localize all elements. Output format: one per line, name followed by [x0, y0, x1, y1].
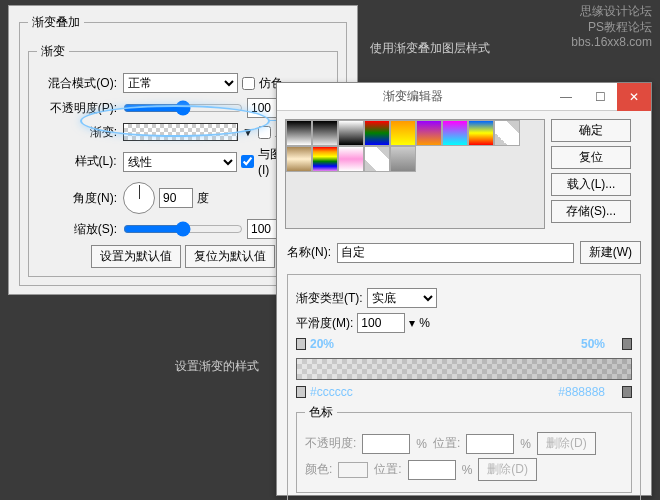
color-stop[interactable]	[296, 386, 306, 398]
stop-opacity-label: 不透明度:	[305, 435, 356, 452]
percent-3: %	[419, 316, 430, 330]
stops-legend: 色标	[305, 404, 337, 421]
ok-button[interactable]: 确定	[551, 119, 631, 142]
stop-pos-label-2: 位置:	[374, 461, 401, 478]
wm-url: bbs.16xx8.com	[571, 35, 652, 51]
annotation-hex-left: #cccccc	[310, 385, 353, 399]
opacity-label: 不透明度(P):	[37, 100, 119, 117]
stop-opacity-input	[362, 434, 410, 454]
stop-pos-label-1: 位置:	[433, 435, 460, 452]
preset-swatch[interactable]	[494, 120, 520, 146]
blend-label: 混合模式(O):	[37, 75, 119, 92]
scale-slider[interactable]	[123, 221, 243, 237]
delete-opacity-stop-button: 删除(D)	[537, 432, 596, 455]
annotation-opacity-left: 20%	[310, 337, 334, 351]
color-swatch	[338, 462, 368, 478]
percent-5: %	[520, 437, 531, 451]
caption-style: 设置渐变的样式	[175, 358, 259, 375]
stops-section: 色标 不透明度: % 位置: % 删除(D) 颜色: 位置: % 删除(D)	[296, 404, 632, 493]
opacity-stop[interactable]	[296, 338, 306, 350]
smooth-input[interactable]	[357, 313, 405, 333]
angle-input[interactable]	[159, 188, 193, 208]
style-select[interactable]: 线性	[123, 152, 237, 172]
minimize-icon[interactable]: —	[549, 83, 583, 111]
blend-mode-select[interactable]: 正常	[123, 73, 238, 93]
preset-swatch[interactable]	[312, 146, 338, 172]
preset-swatch[interactable]	[286, 146, 312, 172]
preset-swatch[interactable]	[364, 146, 390, 172]
gradient-swatch[interactable]	[123, 123, 238, 141]
stop-pos-input-2	[408, 460, 456, 480]
type-select[interactable]: 实底	[367, 288, 437, 308]
percent-4: %	[416, 437, 427, 451]
gradient-editor-window: 渐变编辑器 — ☐ ✕	[276, 82, 652, 496]
preset-swatch[interactable]	[390, 120, 416, 146]
watermark: 思缘设计论坛 PS教程论坛 bbs.16xx8.com	[571, 4, 652, 51]
angle-dial[interactable]	[123, 182, 155, 214]
set-default-button[interactable]: 设置为默认值	[91, 245, 181, 268]
close-icon[interactable]: ✕	[617, 83, 651, 111]
annotation-hex-right: #888888	[558, 385, 605, 399]
annotation-opacity-right: 50%	[581, 337, 605, 351]
dither-checkbox[interactable]	[242, 77, 255, 90]
caption-overlay: 使用渐变叠加图层样式	[370, 40, 490, 57]
align-checkbox[interactable]	[241, 155, 254, 168]
wm-l2: PS教程论坛	[571, 20, 652, 36]
preset-grid[interactable]	[285, 119, 545, 229]
opacity-stop[interactable]	[622, 338, 632, 350]
chevron-down-icon[interactable]: ▼	[242, 125, 254, 139]
stop-pos-input-1	[466, 434, 514, 454]
cancel-button[interactable]: 复位	[551, 146, 631, 169]
window-title: 渐变编辑器	[277, 88, 549, 105]
percent-6: %	[462, 463, 473, 477]
preset-swatch[interactable]	[442, 120, 468, 146]
wm-l1: 思缘设计论坛	[571, 4, 652, 20]
reverse-checkbox[interactable]	[258, 126, 271, 139]
smooth-label: 平滑度(M):	[296, 315, 353, 332]
reset-default-button[interactable]: 复位为默认值	[185, 245, 275, 268]
preset-swatch[interactable]	[312, 120, 338, 146]
maximize-icon[interactable]: ☐	[583, 83, 617, 111]
preset-swatch[interactable]	[286, 120, 312, 146]
titlebar: 渐变编辑器 — ☐ ✕	[277, 83, 651, 111]
angle-label: 角度(N):	[37, 190, 119, 207]
preset-swatch[interactable]	[338, 120, 364, 146]
deg-label: 度	[197, 190, 209, 207]
new-button[interactable]: 新建(W)	[580, 241, 641, 264]
name-label: 名称(N):	[287, 244, 331, 261]
save-button[interactable]: 存储(S)...	[551, 200, 631, 223]
preset-swatch[interactable]	[468, 120, 494, 146]
preset-swatch[interactable]	[338, 146, 364, 172]
preset-swatch[interactable]	[416, 120, 442, 146]
load-button[interactable]: 载入(L)...	[551, 173, 631, 196]
gradient-label: 渐变:	[37, 124, 119, 141]
opacity-slider[interactable]	[123, 100, 243, 116]
chevron-down-icon[interactable]: ▾	[409, 316, 415, 330]
preset-swatch[interactable]	[364, 120, 390, 146]
preset-swatch[interactable]	[390, 146, 416, 172]
group-legend: 渐变叠加	[28, 14, 84, 31]
type-label: 渐变类型(T):	[296, 290, 363, 307]
subgroup-legend: 渐变	[37, 43, 69, 60]
gradient-bar[interactable]	[296, 358, 632, 380]
color-stop[interactable]	[622, 386, 632, 398]
name-input[interactable]	[337, 243, 574, 263]
scale-label: 缩放(S):	[37, 221, 119, 238]
style-label: 样式(L):	[37, 153, 119, 170]
delete-color-stop-button: 删除(D)	[478, 458, 537, 481]
stop-color-label: 颜色:	[305, 461, 332, 478]
